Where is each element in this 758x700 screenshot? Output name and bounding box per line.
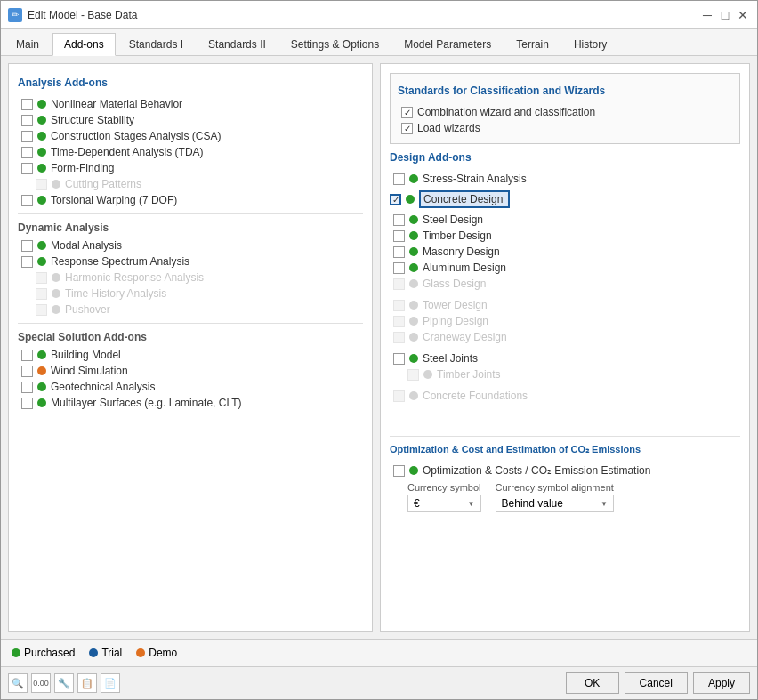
steel-design-checkbox[interactable] <box>393 214 405 226</box>
stress-strain-checkbox[interactable] <box>393 173 405 185</box>
tool-icon-3[interactable]: 📄 <box>101 673 120 693</box>
standards-box: Standards for Classification and Wizards… <box>390 73 740 144</box>
wind-simulation-checkbox[interactable] <box>21 366 33 377</box>
green-dot <box>37 350 46 359</box>
tab-bar: Main Add-ons Standards I Standards II Se… <box>1 29 757 56</box>
gray-dot <box>52 273 60 282</box>
design-addons-title: Design Add-ons <box>390 151 740 164</box>
currency-symbol-field: Currency symbol € ▼ <box>407 482 481 512</box>
item-label: Construction Stages Analysis (CSA) <box>51 130 221 142</box>
green-dot <box>37 257 46 266</box>
currency-alignment-label: Currency symbol alignment <box>496 482 614 493</box>
list-item: Glass Design <box>393 276 740 292</box>
nonlinear-checkbox[interactable] <box>21 99 33 110</box>
concrete-design-checkbox[interactable] <box>390 194 401 205</box>
tab-main[interactable]: Main <box>4 32 51 55</box>
ok-button[interactable]: OK <box>566 672 619 694</box>
aluminum-design-checkbox[interactable] <box>393 262 405 274</box>
apply-button[interactable]: Apply <box>693 672 750 694</box>
item-label: Structure Stability <box>51 114 134 126</box>
green-dot <box>406 195 415 204</box>
modal-checkbox[interactable] <box>21 240 33 252</box>
gray-dot <box>52 180 60 189</box>
timber-design-checkbox[interactable] <box>393 230 405 242</box>
gray-dot <box>52 289 60 298</box>
separator <box>18 323 363 324</box>
torsional-checkbox[interactable] <box>21 195 33 206</box>
tab-addons[interactable]: Add-ons <box>52 33 116 56</box>
search-icon[interactable]: 🔍 <box>8 673 28 693</box>
combination-wizard-checkbox[interactable] <box>401 107 413 118</box>
geotechnical-checkbox[interactable] <box>21 382 33 393</box>
item-label: Harmonic Response Analysis <box>65 271 204 284</box>
tab-standards1[interactable]: Standards I <box>117 32 195 55</box>
item-label: Tower Design <box>423 299 488 311</box>
minimize-button[interactable]: ─ <box>700 8 714 22</box>
cancel-button[interactable]: Cancel <box>625 672 688 694</box>
pushover-checkbox <box>36 304 47 316</box>
gray-dot <box>409 391 418 400</box>
list-item: Time-Dependent Analysis (TDA) <box>21 144 363 160</box>
separator <box>390 436 740 437</box>
analysis-addons-title: Analysis Add-ons <box>18 76 363 89</box>
tab-model-params[interactable]: Model Parameters <box>392 32 503 55</box>
green-dot <box>409 247 418 256</box>
tab-terrain[interactable]: Terrain <box>504 32 560 55</box>
list-item: Concrete Foundations <box>393 388 740 404</box>
item-label: Steel Joints <box>423 352 478 365</box>
item-label: Concrete Foundations <box>423 390 528 402</box>
maximize-button[interactable]: □ <box>718 8 732 22</box>
tool-icon-2[interactable]: 📋 <box>77 673 97 693</box>
list-item: Response Spectrum Analysis <box>21 253 363 270</box>
form-finding-checkbox[interactable] <box>21 163 33 174</box>
concrete-design-row: Concrete Design <box>390 189 740 210</box>
cutting-patterns-checkbox <box>36 179 47 190</box>
item-label: Concrete Design <box>419 190 510 208</box>
tab-standards2[interactable]: Standards II <box>197 32 278 55</box>
list-item: Harmonic Response Analysis <box>36 270 363 286</box>
dynamic-title: Dynamic Analysis <box>18 221 363 234</box>
legend-bar: Purchased Trial Demo <box>1 639 757 666</box>
list-item: Form-Finding <box>21 160 363 176</box>
tab-settings[interactable]: Settings & Options <box>279 32 391 55</box>
structure-stability-checkbox[interactable] <box>21 115 33 126</box>
currency-alignment-select[interactable]: Behind value ▼ <box>496 495 614 512</box>
trial-label: Trial <box>101 647 122 659</box>
standards-title: Standards for Classification and Wizards <box>398 84 732 97</box>
item-label: Wind Simulation <box>51 365 128 377</box>
legend-trial: Trial <box>89 647 122 659</box>
tab-history[interactable]: History <box>562 32 618 55</box>
list-item: Steel Joints <box>393 350 740 366</box>
item-label: Torsional Warping (7 DOF) <box>51 194 177 206</box>
green-dot <box>409 174 418 183</box>
multilayer-checkbox[interactable] <box>21 398 33 409</box>
glass-design-checkbox <box>393 278 405 290</box>
optimization-checkbox[interactable] <box>393 465 405 477</box>
close-button[interactable]: ✕ <box>736 8 750 22</box>
tool-icon-1[interactable]: 🔧 <box>54 673 74 693</box>
masonry-design-checkbox[interactable] <box>393 246 405 258</box>
chevron-down-icon: ▼ <box>601 500 608 508</box>
toolbar-icons: 🔍 0.00 🔧 📋 📄 <box>8 673 120 693</box>
item-label: Aluminum Design <box>423 261 506 274</box>
response-spectrum-checkbox[interactable] <box>21 256 33 268</box>
green-dot <box>37 132 46 141</box>
item-label: Piping Design <box>423 315 488 327</box>
currency-symbol-select[interactable]: € ▼ <box>407 495 481 512</box>
green-dot <box>409 231 418 240</box>
green-dot <box>37 241 46 250</box>
steel-joints-checkbox[interactable] <box>393 353 405 365</box>
load-wizards-checkbox[interactable] <box>401 123 413 134</box>
window-title: Edit Model - Base Data <box>28 9 137 21</box>
main-window: ✏ Edit Model - Base Data ─ □ ✕ Main Add-… <box>0 0 758 700</box>
building-model-checkbox[interactable] <box>21 350 33 361</box>
item-label: Building Model <box>51 349 121 361</box>
csa-checkbox[interactable] <box>21 131 33 142</box>
list-item: Pushover <box>36 302 363 318</box>
green-dot <box>409 354 418 363</box>
tda-checkbox[interactable] <box>21 147 33 158</box>
number-icon[interactable]: 0.00 <box>31 673 51 693</box>
list-item: Multilayer Surfaces (e.g. Laminate, CLT) <box>21 395 363 411</box>
legend-demo: Demo <box>136 647 177 659</box>
list-item: Structure Stability <box>21 112 363 128</box>
